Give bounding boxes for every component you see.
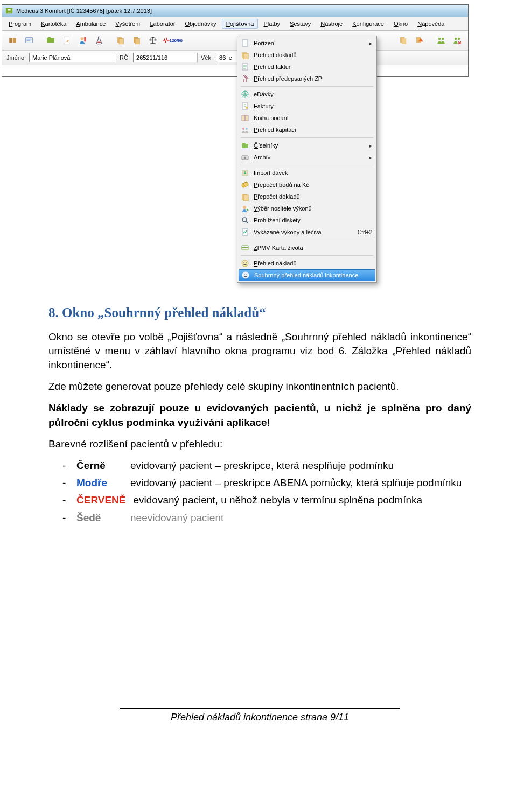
svg-point-36 <box>243 206 246 209</box>
svg-point-12 <box>154 39 157 41</box>
menu-item[interactable]: Archív▸ <box>239 151 375 163</box>
menu-sestavy[interactable]: Sestavy <box>285 19 315 29</box>
menu-item-label: Číselníky <box>254 142 278 149</box>
window-title: Medicus 3 Komfort [IČ 12345678] [pátek 1… <box>16 8 152 14</box>
menu-item[interactable]: ZPMV Karta života <box>239 242 375 254</box>
toolbar-patient-icon[interactable] <box>75 33 90 48</box>
svg-point-17 <box>442 38 444 40</box>
svg-rect-4 <box>64 37 69 44</box>
menu-platby[interactable]: Platby <box>259 19 284 29</box>
menu-item[interactable]: Faktury <box>239 100 375 112</box>
menu-item[interactable]: Přehled dokladů <box>239 49 375 61</box>
svg-rect-1 <box>9 38 12 43</box>
toolbar-docs-icon[interactable] <box>113 33 128 48</box>
submenu-arrow-icon: ▸ <box>369 143 372 149</box>
search-icon <box>241 216 249 225</box>
menu-item-label: Přehled faktur <box>254 64 291 70</box>
docs-icon <box>241 192 249 201</box>
menubar: ProgramKartotékaAmbulanceVyšetřeníLabora… <box>2 17 468 31</box>
menu-item[interactable]: Kniha podání <box>239 112 375 124</box>
menu-vyšetření[interactable]: Vyšetření <box>111 19 144 29</box>
paragraph: Barevné rozlišení pacientů v přehledu: <box>48 437 471 451</box>
legend-tag: Šedě <box>76 511 123 525</box>
svg-point-28 <box>246 128 248 130</box>
menu-item-label: Přepočet bodů na Kč <box>254 181 309 188</box>
menu-separator <box>241 86 373 87</box>
toolbar-users-icon[interactable] <box>434 33 449 48</box>
invoice-icon <box>241 62 249 71</box>
legend-desc: evidovaný pacient – preskripce ABENA pom… <box>130 476 462 490</box>
menu-item[interactable]: Výběr nositele výkonů <box>239 202 375 214</box>
folder-icon <box>241 141 249 150</box>
svg-rect-14 <box>402 38 406 44</box>
svg-point-5 <box>81 37 84 40</box>
menu-item[interactable]: eDávky <box>239 88 375 100</box>
svg-rect-10 <box>135 38 139 44</box>
toolbar-card-icon[interactable] <box>22 33 37 48</box>
menu-separator <box>241 137 373 138</box>
menu-item[interactable]: Vykázané výkony a léčivaCtrl+2 <box>239 226 375 238</box>
card-icon <box>241 243 249 252</box>
crutch-icon <box>241 74 249 83</box>
menu-pojišťovna[interactable]: Pojišťovna <box>222 19 258 29</box>
rc-label: RČ: <box>120 54 130 61</box>
menu-item[interactable]: Pořízení▸ <box>239 37 375 49</box>
menu-okno[interactable]: Okno <box>389 19 412 29</box>
menu-nápověda[interactable]: Nápověda <box>413 19 449 29</box>
menu-kartotéka[interactable]: Kartotéka <box>37 19 71 29</box>
rc-field[interactable]: 265211/116 <box>133 53 198 62</box>
name-field[interactable]: Marie Plánová <box>29 53 116 62</box>
svg-point-19 <box>458 38 460 40</box>
menu-item[interactable]: Souhrnný přehled nákladů inkontinence <box>239 269 375 281</box>
app-icon <box>5 7 13 15</box>
svg-rect-20 <box>242 40 248 46</box>
toolbar-newdoc-icon[interactable] <box>59 33 74 48</box>
svg-point-27 <box>242 128 244 130</box>
docs-icon <box>241 51 249 59</box>
menu-item[interactable]: Číselníky▸ <box>239 139 375 151</box>
menu-program[interactable]: Program <box>4 19 36 29</box>
neutral-icon <box>241 271 250 279</box>
toolbar-lab-icon[interactable] <box>92 33 107 48</box>
paragraph: Zde můžete generovat pouze přehledy celé… <box>48 380 471 394</box>
name-label: Jméno: <box>6 54 26 61</box>
svg-rect-22 <box>243 53 248 59</box>
menu-item[interactable]: Přepočet bodů na Kč <box>239 179 375 191</box>
menu-item[interactable]: Přehled předepsaných ZP <box>239 73 375 85</box>
age-field[interactable]: 86 le <box>216 53 240 62</box>
patient-infobar: Jméno: Marie Plánová RČ: 265211/116 Věk:… <box>2 51 468 65</box>
svg-point-26 <box>246 107 248 109</box>
legend-desc: neevidovaný pacient <box>130 511 223 525</box>
submenu-arrow-icon: ▸ <box>369 155 372 160</box>
menu-objednávky[interactable]: Objednávky <box>181 19 221 29</box>
toolbar-scale-icon[interactable] <box>145 33 160 48</box>
document-body: 8. Okno „Souhrnný přehled nákladů“ Okno … <box>0 276 517 751</box>
toolbar-ekg-icon[interactable]: 120/90 <box>162 33 183 48</box>
svg-point-45 <box>244 274 245 275</box>
svg-rect-35 <box>243 195 248 201</box>
toolbar-warn-icon[interactable] <box>412 33 427 48</box>
toolbar-history-icon[interactable] <box>396 33 411 48</box>
toolbar-archive-icon[interactable] <box>5 33 20 48</box>
menu-konfigurace[interactable]: Konfigurace <box>348 19 388 29</box>
menu-nástroje[interactable]: Nástroje <box>316 19 347 29</box>
menu-item[interactable]: Přehled kapitací <box>239 124 375 136</box>
menu-item[interactable]: Import dávek <box>239 167 375 179</box>
svg-point-16 <box>438 38 441 40</box>
svg-point-33 <box>244 182 248 186</box>
menu-laboratoř[interactable]: Laboratoř <box>145 19 179 29</box>
menu-item[interactable]: Přehled faktur <box>239 61 375 73</box>
menu-item[interactable]: Přepočet dokladů <box>239 191 375 202</box>
neutral-icon <box>241 259 249 268</box>
paragraph: Okno se otevře po volbě „Pojišťovna“ a n… <box>48 330 471 373</box>
menu-ambulance[interactable]: Ambulance <box>72 19 110 29</box>
toolbar-folder-icon[interactable] <box>43 33 58 48</box>
menu-item[interactable]: Prohlížení diskety <box>239 214 375 226</box>
menu-item-label: ZPMV Karta života <box>254 244 303 251</box>
toolbar-docs2-icon[interactable] <box>129 33 144 48</box>
menu-item[interactable]: Přehled nákladů <box>239 257 375 269</box>
menu-item-label: Pořízení <box>254 40 276 46</box>
menu-item-label: Přehled nákladů <box>254 260 297 267</box>
toolbar-users-x-icon[interactable] <box>450 33 465 48</box>
legend-tag: ČERVENĚ <box>76 493 126 507</box>
